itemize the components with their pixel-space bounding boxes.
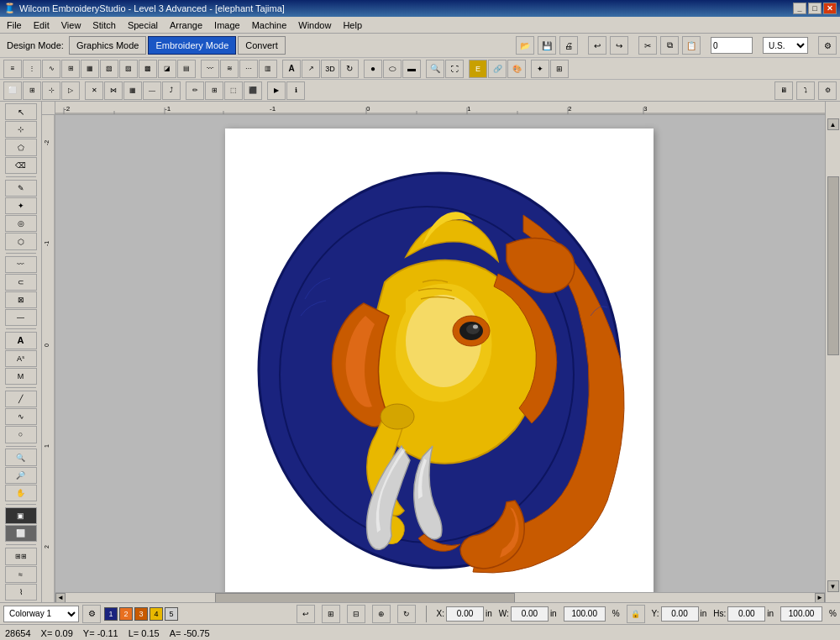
properties-icon[interactable]: ⚙ (818, 81, 837, 100)
magic-wand[interactable]: ✦ (531, 60, 549, 78)
status-btn5[interactable]: ↻ (397, 605, 416, 623)
undo-icon[interactable]: ↩ (588, 36, 606, 55)
scale-x-input[interactable]: 100.00 (564, 606, 606, 622)
vscroll-up[interactable]: ▲ (827, 118, 839, 130)
h-coord-input[interactable]: 0.00 (727, 606, 765, 622)
curve-tool[interactable]: ∿ (5, 408, 37, 425)
scroll-left-btn[interactable]: ◄ (55, 593, 66, 603)
needle-tool[interactable]: ⌇ (5, 584, 37, 601)
status-btn4[interactable]: ⊕ (372, 605, 391, 623)
color-box-2[interactable]: 2 (119, 607, 133, 621)
vscroll-thumb[interactable] (827, 176, 839, 355)
scroll-thumb[interactable] (215, 593, 515, 603)
stitch-type-1[interactable]: ≡ (3, 60, 22, 78)
open-icon[interactable]: 📂 (516, 36, 534, 55)
jump-stitch[interactable]: ⤴ (162, 81, 181, 100)
status-btn1[interactable]: ↩ (297, 605, 315, 623)
zoom-in[interactable]: 🔍 (426, 60, 444, 78)
scroll-track[interactable] (66, 593, 815, 603)
color-box-1[interactable]: 1 (104, 607, 118, 621)
scroll-right-btn[interactable]: ► (815, 593, 825, 603)
color-box-3[interactable]: 3 (134, 607, 148, 621)
node-edit-tool[interactable]: ⊹ (5, 121, 37, 138)
stitch-type-4[interactable]: ⊞ (61, 60, 80, 78)
print-icon[interactable]: 🖨 (559, 36, 578, 55)
line-tool[interactable]: ╱ (5, 391, 37, 407)
lasso-tool[interactable]: ⬠ (5, 139, 37, 155)
status-btn2[interactable]: ⊞ (322, 605, 340, 623)
satin-area-tool[interactable]: ⊂ (5, 274, 37, 291)
save-icon[interactable]: 💾 (538, 36, 556, 55)
redo-icon[interactable]: ↪ (610, 36, 628, 55)
letter-satin[interactable]: Aˢ (5, 350, 37, 367)
snap-grid[interactable]: ⊹ (42, 81, 60, 100)
title-bar-controls[interactable]: _ □ ✕ (793, 3, 837, 14)
convert-button[interactable]: Convert (238, 36, 286, 55)
stitch-info[interactable]: ℹ (286, 81, 305, 100)
color-box-4[interactable]: 4 (150, 607, 163, 621)
stitch-type-7[interactable]: ▨ (119, 60, 138, 78)
select-all[interactable]: ⊞ (205, 81, 223, 100)
menu-machine[interactable]: Machine (247, 18, 292, 32)
thread-palette[interactable]: ≈ (5, 566, 37, 583)
cross-stitch[interactable]: ✕ (85, 81, 103, 100)
grid-tool[interactable]: ⊞ (23, 81, 41, 100)
embr-icon2[interactable]: 🔗 (488, 60, 507, 78)
color-fill[interactable]: ⬜ (5, 525, 37, 542)
reshape-tool[interactable]: ⌫ (5, 157, 37, 174)
menu-special[interactable]: Special (123, 18, 163, 32)
menu-stitch[interactable]: Stitch (87, 18, 121, 32)
embr-icon1[interactable]: E (469, 60, 487, 78)
machine-format[interactable]: 🖥 (774, 81, 793, 100)
stitch-sim[interactable]: ▷ (61, 81, 80, 100)
stitch-type-6[interactable]: ▧ (100, 60, 118, 78)
group[interactable]: ⬚ (224, 81, 243, 100)
stitch-count-input[interactable] (711, 37, 753, 54)
export-icon[interactable]: ⤵ (796, 81, 815, 100)
menu-view[interactable]: View (56, 18, 87, 32)
fill-stitch[interactable]: ▦ (123, 81, 142, 100)
stitch-type-11[interactable]: 〰 (201, 60, 219, 78)
menu-image[interactable]: Image (209, 18, 245, 32)
w-coord-input[interactable]: 0.00 (511, 606, 549, 622)
satin-col-tool[interactable]: 〰 (5, 256, 37, 273)
3d-view[interactable]: 3D (321, 60, 339, 78)
color-palette[interactable]: 🎨 (507, 60, 526, 78)
menu-help[interactable]: Help (338, 18, 367, 32)
ungroup[interactable]: ⬛ (244, 81, 262, 100)
embroidery-mode-button[interactable]: Embroidery Mode (148, 36, 236, 55)
zoom-out-btn[interactable]: 🔎 (5, 467, 37, 484)
align-tool[interactable]: ⊞ (550, 60, 569, 78)
paste-icon[interactable]: 📋 (682, 36, 701, 55)
letter-tool[interactable]: A (5, 332, 37, 349)
x-coord-input[interactable]: 0.00 (446, 606, 484, 622)
vscroll-track[interactable] (827, 132, 839, 579)
stitch-type-3[interactable]: ∿ (42, 60, 60, 78)
menu-arrange[interactable]: Arrange (165, 18, 207, 32)
stitch-type-9[interactable]: ◪ (158, 60, 176, 78)
fill-rect[interactable]: ▬ (402, 60, 421, 78)
lock-icon[interactable]: 🔒 (627, 605, 645, 623)
fill-circle[interactable]: ● (364, 60, 382, 78)
run-stitch[interactable]: ― (143, 81, 161, 100)
zoom-in-btn[interactable]: 🔍 (5, 449, 37, 465)
rotate-tool[interactable]: ↻ (340, 60, 359, 78)
y-coord-input[interactable]: 0.00 (661, 606, 699, 622)
horizontal-scrollbar[interactable]: ◄ ► (55, 592, 825, 602)
restore-button[interactable]: □ (808, 3, 822, 14)
stitch-list-tool[interactable]: ⊞⊞ (5, 548, 37, 564)
units-dropdown[interactable]: U.S. Metric (763, 37, 808, 54)
scale-y-input[interactable]: 100.00 (780, 606, 822, 622)
stitch-type-8[interactable]: ▩ (139, 60, 157, 78)
close-button[interactable]: ✕ (823, 3, 837, 14)
hoop-outline[interactable]: ⬜ (3, 81, 22, 100)
menu-file[interactable]: File (2, 18, 27, 32)
monogram-tool[interactable]: M (5, 368, 37, 385)
letter-A-tool[interactable]: A (282, 60, 301, 78)
satin-stitch[interactable]: ⋈ (104, 81, 123, 100)
stitch-type-14[interactable]: ▥ (259, 60, 277, 78)
stitch-type-13[interactable]: ⋯ (239, 60, 258, 78)
menu-edit[interactable]: Edit (29, 18, 55, 32)
colorway-settings-btn[interactable]: ⚙ (82, 605, 101, 623)
status-btn3[interactable]: ⊟ (347, 605, 365, 623)
